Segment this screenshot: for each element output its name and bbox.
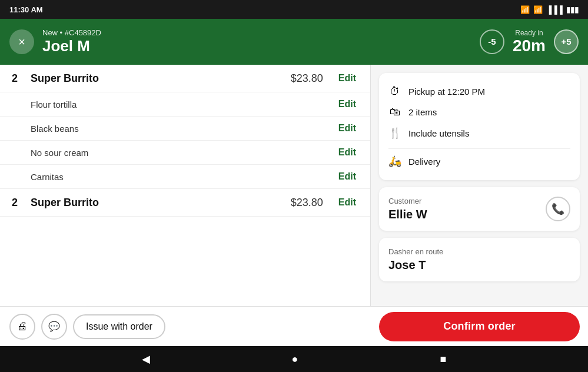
print-icon: 🖨 bbox=[17, 320, 28, 333]
modifier-name: Flour tortilla bbox=[31, 99, 336, 109]
customer-info: Customer Ellie W bbox=[388, 197, 427, 221]
item-price: $23.80 bbox=[291, 197, 323, 209]
item-name: Super Burrito bbox=[31, 197, 284, 209]
battery-icon: ▮▮▮ bbox=[566, 5, 579, 14]
status-time: 11:30 AM bbox=[9, 5, 43, 14]
edit-item-button[interactable]: Edit bbox=[336, 72, 358, 85]
dasher-card: Dasher en route Jose T bbox=[379, 238, 580, 281]
item-count-row: 🛍 2 items bbox=[388, 103, 570, 121]
recent-nav-icon[interactable]: ■ bbox=[440, 353, 447, 366]
home-nav-icon[interactable]: ● bbox=[292, 353, 298, 366]
delivery-text: Delivery bbox=[408, 157, 440, 167]
modifier-name: Carnitas bbox=[31, 172, 336, 182]
wifi-icon: 📶 bbox=[533, 5, 543, 14]
utensils-row: 🍴 Include utensils bbox=[388, 124, 570, 142]
ready-time: Ready in 20m bbox=[513, 29, 546, 55]
print-button[interactable]: 🖨 bbox=[9, 314, 35, 340]
time-plus-button[interactable]: +5 bbox=[554, 29, 579, 54]
customer-card: Customer Ellie W 📞 bbox=[379, 187, 580, 231]
list-item: Black beans Edit bbox=[0, 117, 370, 141]
edit-item-button[interactable]: Edit bbox=[336, 196, 358, 209]
phone-button[interactable]: 📞 bbox=[546, 197, 570, 221]
item-count-text: 2 items bbox=[408, 107, 437, 117]
customer-label: Customer bbox=[388, 197, 427, 205]
order-tag: New • #C45892D bbox=[42, 28, 101, 37]
order-info-card: ⏱ Pickup at 12:20 PM 🛍 2 items 🍴 Include… bbox=[379, 73, 580, 180]
pickup-time-text: Pickup at 12:20 PM bbox=[408, 87, 485, 97]
header-left: × New • #C45892D Joel M bbox=[9, 28, 101, 55]
device-frame: 11:30 AM 📶 📶 ▐▐▐ ▮▮▮ × New • #C45892D Jo… bbox=[0, 0, 588, 372]
nav-bar: ◀ ● ■ bbox=[0, 346, 588, 372]
phone-icon: 📞 bbox=[552, 202, 564, 215]
signal-icon: ▐▐▐ bbox=[546, 5, 563, 14]
details-panel: ⏱ Pickup at 12:20 PM 🛍 2 items 🍴 Include… bbox=[371, 65, 588, 306]
list-item: Flour tortilla Edit bbox=[0, 92, 370, 117]
main-content: 2 Super Burrito $23.80 Edit Flour tortil… bbox=[0, 65, 588, 306]
dasher-name: Jose T bbox=[388, 258, 570, 272]
header: × New • #C45892D Joel M -5 Ready in 20m … bbox=[0, 19, 588, 65]
order-panel: 2 Super Burrito $23.80 Edit Flour tortil… bbox=[0, 65, 371, 306]
status-bar: 11:30 AM 📶 📶 ▐▐▐ ▮▮▮ bbox=[0, 0, 588, 19]
back-nav-icon[interactable]: ◀ bbox=[142, 353, 150, 366]
modifier-name: Black beans bbox=[31, 124, 336, 134]
utensils-icon: 🍴 bbox=[388, 127, 401, 140]
time-minus-button[interactable]: -5 bbox=[480, 29, 504, 54]
bottom-bar: 🖨 💬 Issue with order Confirm order bbox=[0, 306, 588, 346]
status-icons: 📶 📶 ▐▐▐ ▮▮▮ bbox=[520, 5, 579, 14]
delivery-row: 🛵 Delivery bbox=[388, 148, 570, 171]
edit-modifier-button[interactable]: Edit bbox=[336, 98, 358, 111]
pickup-time-row: ⏱ Pickup at 12:20 PM bbox=[388, 82, 570, 101]
table-row: 2 Super Burrito $23.80 Edit bbox=[0, 189, 370, 217]
item-name: Super Burrito bbox=[31, 72, 284, 85]
ready-value: 20m bbox=[513, 37, 546, 55]
table-row: 2 Super Burrito $23.80 Edit bbox=[0, 65, 370, 92]
bluetooth-icon: 📶 bbox=[520, 5, 530, 14]
bag-icon: 🛍 bbox=[388, 106, 401, 118]
header-right: -5 Ready in 20m +5 bbox=[480, 29, 579, 55]
ready-label: Ready in bbox=[513, 29, 546, 37]
confirm-order-button[interactable]: Confirm order bbox=[379, 312, 580, 341]
issue-button[interactable]: Issue with order bbox=[73, 314, 165, 339]
bottom-right: Confirm order bbox=[371, 312, 588, 341]
close-button[interactable]: × bbox=[9, 29, 34, 54]
help-icon: 💬 bbox=[48, 321, 60, 332]
edit-modifier-button[interactable]: Edit bbox=[336, 146, 358, 159]
utensils-text: Include utensils bbox=[408, 128, 469, 138]
help-button[interactable]: 💬 bbox=[41, 314, 67, 340]
clock-icon: ⏱ bbox=[388, 85, 401, 98]
dasher-label: Dasher en route bbox=[388, 247, 570, 256]
list-item: No sour cream Edit bbox=[0, 141, 370, 165]
list-item: Carnitas Edit bbox=[0, 165, 370, 189]
edit-modifier-button[interactable]: Edit bbox=[336, 170, 358, 183]
item-price: $23.80 bbox=[291, 72, 323, 85]
item-qty: 2 bbox=[12, 72, 24, 85]
order-info: New • #C45892D Joel M bbox=[42, 28, 101, 55]
modifier-name: No sour cream bbox=[31, 148, 336, 158]
delivery-icon: 🛵 bbox=[388, 155, 401, 168]
customer-name-header: Joel M bbox=[42, 37, 101, 55]
customer-name: Ellie W bbox=[388, 208, 427, 221]
edit-modifier-button[interactable]: Edit bbox=[336, 122, 358, 135]
bottom-left: 🖨 💬 Issue with order bbox=[0, 314, 371, 340]
item-qty: 2 bbox=[12, 197, 24, 209]
